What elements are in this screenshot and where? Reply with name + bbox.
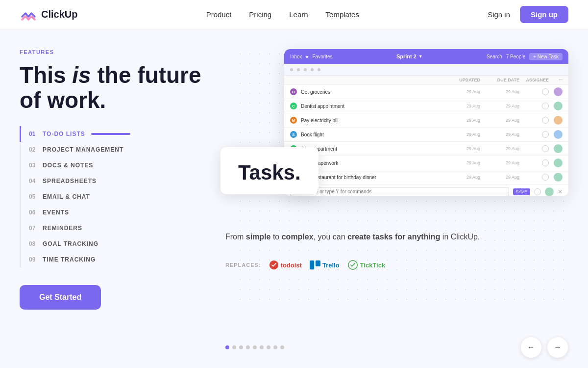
task-input[interactable]	[290, 187, 509, 196]
feature-num-3: 03	[29, 162, 43, 169]
feature-name-6: EVENTS	[43, 209, 69, 216]
nav-pricing[interactable]: Pricing	[249, 10, 271, 19]
dot-3[interactable]	[239, 345, 243, 349]
row-person-3	[554, 116, 563, 125]
row-text-3: Pay electricity bill	[301, 118, 339, 123]
app-row-3[interactable]: M Pay electricity bill 29 Aug 29 Aug	[284, 113, 568, 128]
dot-2[interactable]	[232, 345, 236, 349]
dot-7[interactable]	[267, 345, 270, 349]
row-updated-6: 29 Aug	[441, 160, 480, 165]
feature-item-docs[interactable]: 03 DOCS & NOTES	[20, 158, 206, 173]
row-due-4: 29 Aug	[480, 132, 519, 137]
app-row-1[interactable]: D Get groceries 29 Aug 29 Aug	[284, 85, 568, 99]
dot-9[interactable]	[280, 345, 284, 349]
app-table-header: UPDATED DUE DATE ASSIGNEE ···	[284, 76, 568, 85]
app-toolbar	[284, 64, 568, 76]
app-topbar-left: Inbox ★ Favorites	[290, 54, 333, 59]
row-due-3: 29 Aug	[480, 118, 519, 123]
app-topbar-center: Sprint 2 ▼	[337, 53, 483, 59]
replaces-row: REPLACES: todoist Trello TickTi	[225, 260, 385, 270]
logo[interactable]: ClickUp	[20, 6, 77, 24]
row-avatar-4: S	[290, 131, 297, 138]
right-panel: Inbox ★ Favorites Sprint 2 ▼ Search 7 Pe…	[225, 49, 568, 368]
prev-arrow-button[interactable]: ←	[520, 337, 542, 358]
row-avatar-3: M	[290, 117, 297, 124]
dot-6[interactable]	[260, 345, 264, 349]
sign-up-button[interactable]: Sign up	[520, 6, 568, 23]
app-row-6[interactable]: C Finish paperwork 29 Aug 29 Aug	[284, 156, 568, 170]
app-input-row: SAVE ✕	[284, 184, 568, 196]
svg-rect-1	[310, 261, 314, 269]
app-inbox: Inbox	[290, 54, 302, 59]
app-row-7[interactable]: C Book restaurant for birthday dinner 29…	[284, 170, 568, 184]
feature-name-9: TIME TRACKING	[43, 256, 96, 263]
toolbar-dot-4	[311, 68, 314, 71]
row-check-3	[542, 117, 549, 124]
feature-item-todo[interactable]: 01 TO-DO LISTS	[20, 126, 206, 142]
input-row-avatar	[545, 187, 554, 196]
replace-ticktick: TickTick	[347, 260, 386, 270]
svg-rect-2	[316, 261, 320, 266]
app-row-left-3: M Pay electricity bill	[290, 117, 441, 124]
feature-bar-1	[91, 133, 130, 135]
input-close-icon[interactable]: ✕	[558, 188, 563, 195]
feature-item-time[interactable]: 09 TIME TRACKING	[20, 252, 206, 267]
feature-item-pm[interactable]: 02 PROJECT MANAGEMENT	[20, 142, 206, 158]
get-started-button[interactable]: Get Started	[20, 285, 101, 310]
col-more: ···	[549, 78, 563, 82]
row-avatar-1: D	[290, 88, 297, 95]
feature-item-goals[interactable]: 08 GOAL TRACKING	[20, 236, 206, 252]
dot-8[interactable]	[273, 345, 277, 349]
replaces-label: REPLACES:	[225, 262, 261, 268]
feature-num-9: 09	[29, 256, 43, 263]
row-avatar-2: C	[290, 103, 297, 109]
next-arrow-button[interactable]: →	[547, 337, 568, 358]
trello-label: Trello	[322, 262, 340, 269]
hero-title: This is the future of work.	[20, 63, 206, 112]
app-row-5[interactable]: C Clean apartment 29 Aug 29 Aug	[284, 142, 568, 156]
feature-item-reminders[interactable]: 07 REMINDERS	[20, 220, 206, 236]
feature-item-events[interactable]: 06 EVENTS	[20, 205, 206, 220]
row-updated-7: 29 Aug	[441, 175, 480, 180]
feature-name-1: TO-DO LISTS	[43, 131, 85, 137]
nav-product[interactable]: Product	[206, 10, 232, 19]
row-check-2	[542, 103, 549, 109]
input-row-check	[534, 188, 541, 195]
nav-arrows: ← →	[520, 337, 568, 358]
row-check-5	[542, 145, 549, 152]
row-person-2	[554, 102, 563, 110]
app-row-2[interactable]: C Dentist appointment 29 Aug 29 Aug	[284, 99, 568, 113]
nav-templates[interactable]: Templates	[326, 10, 359, 19]
row-text-2: Dentist appointment	[301, 104, 344, 109]
row-person-5	[554, 144, 563, 153]
ticktick-label: TickTick	[360, 262, 386, 269]
dot-4[interactable]	[246, 345, 250, 349]
col-assignee: ASSIGNEE	[519, 78, 549, 82]
replace-todoist: todoist	[269, 260, 302, 270]
todoist-label: todoist	[281, 262, 302, 269]
app-search: Search	[487, 54, 502, 59]
row-check-7	[542, 174, 549, 181]
task-card: Tasks.	[220, 147, 318, 194]
hero-title-italic: is	[72, 62, 91, 88]
save-chip[interactable]: SAVE	[513, 188, 530, 195]
feature-name-3: DOCS & NOTES	[43, 162, 93, 169]
row-text-4: Book flight	[301, 132, 324, 137]
row-due-5: 29 Aug	[480, 146, 519, 151]
nav-learn[interactable]: Learn	[289, 10, 308, 19]
feature-name-2: PROJECT MANAGEMENT	[43, 146, 123, 153]
toolbar-dot-2	[297, 68, 300, 71]
feature-item-spreadsheets[interactable]: 04 SPREADSHEETS	[20, 173, 206, 189]
new-task-button[interactable]: + New Task	[529, 53, 563, 60]
col-task	[290, 78, 441, 82]
feature-item-email[interactable]: 05 EMAIL & CHAT	[20, 189, 206, 205]
nav-actions: Sign in Sign up	[488, 6, 568, 23]
app-row-4[interactable]: S Book flight 29 Aug 29 Aug	[284, 128, 568, 142]
row-due-6: 29 Aug	[480, 160, 519, 165]
row-check-6	[542, 159, 549, 166]
feature-name-7: REMINDERS	[43, 225, 82, 232]
sign-in-button[interactable]: Sign in	[488, 10, 510, 19]
app-favorites: Favorites	[312, 54, 332, 59]
dot-1[interactable]	[225, 345, 229, 349]
dot-5[interactable]	[253, 345, 257, 349]
